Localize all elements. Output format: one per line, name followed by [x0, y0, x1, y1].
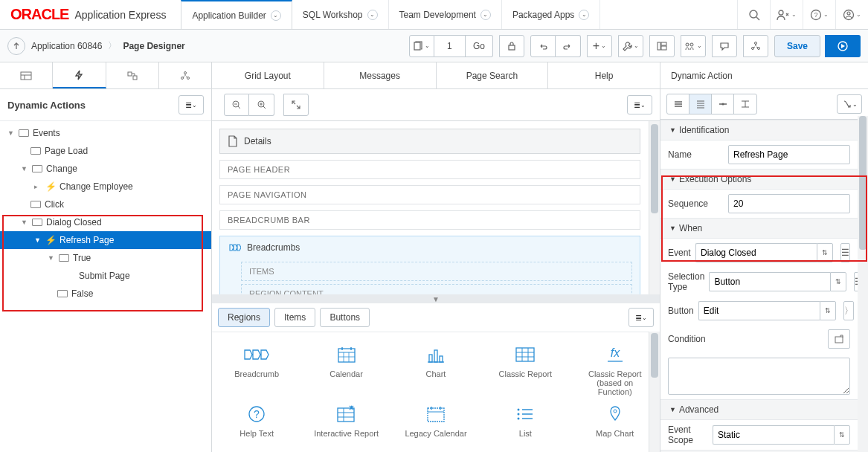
gallery-map-chart[interactable]: Map Chart — [579, 404, 651, 438]
tree-true[interactable]: ▼True — [0, 249, 211, 267]
goto-group-button[interactable]: ⌄ — [837, 94, 862, 114]
up-button[interactable] — [7, 37, 25, 55]
left-tabs — [0, 62, 211, 89]
seltype-select[interactable] — [709, 272, 830, 291]
layout-button[interactable] — [649, 35, 675, 57]
condition-textarea[interactable] — [668, 358, 850, 395]
tree-menu-button[interactable]: ≣ ⌄ — [179, 95, 204, 114]
name-input[interactable] — [728, 145, 850, 164]
gallery-calendar[interactable]: Calendar — [311, 344, 382, 396]
section-advanced[interactable]: ▼Advanced — [660, 399, 858, 420]
tree-events[interactable]: ▼Events — [0, 124, 211, 142]
tree-refresh-page[interactable]: ▼⚡Refresh Page — [0, 231, 211, 249]
zoom-out-button[interactable] — [224, 94, 249, 116]
tree-page-load[interactable]: Page Load — [0, 142, 211, 160]
items-slot[interactable]: ITEMS — [241, 262, 632, 281]
go-button[interactable]: Go — [466, 35, 493, 57]
page-header-section[interactable]: PAGE HEADER — [219, 160, 640, 179]
tree-false[interactable]: False — [0, 285, 211, 303]
gallery-tab-buttons[interactable]: Buttons — [320, 308, 370, 327]
gallery-list[interactable]: List — [489, 404, 561, 438]
combo-chevron-icon[interactable]: ⇅ — [817, 243, 833, 262]
collapse-button[interactable] — [712, 94, 734, 114]
tree-submit-page[interactable]: Submit Page — [0, 267, 211, 285]
tab-page-search[interactable]: Page Search — [437, 62, 549, 88]
gallery-legacy-calendar[interactable]: Legacy Calendar — [400, 404, 472, 438]
gallery-interactive-report[interactable]: Interactive Report — [311, 404, 382, 438]
breadcrumb-bar-section[interactable]: BREADCRUMB BAR — [219, 210, 640, 230]
scrollbar[interactable] — [649, 121, 660, 294]
admin-icon[interactable]: ⌄ — [770, 0, 803, 29]
expand-button[interactable] — [283, 94, 309, 116]
save-button[interactable]: Save — [774, 35, 820, 57]
nav-sql-workshop[interactable]: SQL Workshop⌄ — [292, 0, 389, 29]
details-region[interactable]: Details — [219, 129, 640, 154]
combo-chevron-icon[interactable]: ⇅ — [830, 272, 846, 291]
help-icon[interactable]: ?⌄ — [803, 0, 835, 29]
page-nav-section[interactable]: PAGE NAVIGATION — [219, 185, 640, 204]
show-common-button[interactable] — [667, 94, 689, 114]
breadcrumbs-region[interactable]: Breadcrumbs ITEMS REGION CONTENT — [219, 236, 640, 294]
page-number-input[interactable] — [434, 35, 466, 57]
svg-rect-21 — [128, 72, 132, 76]
splitter[interactable]: ▼ — [212, 294, 660, 303]
tree-click[interactable]: Click — [0, 196, 211, 213]
tree-change[interactable]: ▼Change — [0, 160, 211, 178]
button-goto-button[interactable]: 〉 — [843, 301, 854, 320]
gallery-classic-report[interactable]: Classic Report — [489, 344, 561, 396]
run-button[interactable] — [825, 35, 861, 57]
create-button[interactable]: +⌄ — [587, 35, 612, 57]
scope-select[interactable] — [713, 425, 834, 445]
page-selector-button[interactable]: ⌄ — [409, 35, 434, 57]
lock-button[interactable] — [499, 35, 524, 57]
nav-app-builder[interactable]: Application Builder⌄ — [181, 0, 292, 29]
crumb-app[interactable]: Application 60846 — [31, 41, 102, 51]
center-menu-button[interactable]: ≣ ⌄ — [627, 95, 652, 114]
section-exec-options[interactable]: ▼Execution Options — [660, 169, 858, 190]
tab-help[interactable]: Help — [548, 62, 660, 88]
search-icon[interactable] — [737, 0, 770, 29]
section-when[interactable]: ▼When — [660, 218, 858, 239]
section-identification[interactable]: ▼Identification — [660, 120, 858, 141]
dynamic-actions-tab[interactable] — [53, 62, 106, 88]
user-icon[interactable]: ⌄ — [835, 0, 868, 29]
gallery-help-text[interactable]: ?Help Text — [221, 404, 292, 438]
shared-button[interactable]: ⌄ — [681, 35, 706, 57]
tab-messages[interactable]: Messages — [324, 62, 437, 88]
condition-expand-button[interactable] — [828, 329, 850, 349]
redo-button[interactable] — [556, 35, 581, 57]
tree-dialog-closed[interactable]: ▼Dialog Closed — [0, 213, 211, 231]
gallery-tab-regions[interactable]: Regions — [218, 308, 270, 327]
event-select[interactable] — [695, 243, 817, 262]
brand-suffix: Application Express — [74, 9, 166, 21]
button-select[interactable] — [698, 301, 820, 320]
gallery-scrollbar[interactable] — [649, 332, 660, 452]
svg-rect-44 — [516, 348, 534, 361]
tab-grid-layout[interactable]: Grid Layout — [212, 62, 324, 88]
nav-packaged-apps[interactable]: Packaged Apps⌄ — [502, 0, 600, 29]
processing-tab[interactable] — [106, 62, 159, 88]
shared-tab[interactable] — [159, 62, 211, 88]
zoom-in-button[interactable] — [249, 94, 274, 116]
region-content-slot[interactable]: REGION CONTENT — [241, 284, 632, 294]
shared-components-button[interactable] — [743, 35, 768, 57]
rendering-tab[interactable] — [0, 62, 53, 88]
gallery-tab-items[interactable]: Items — [274, 308, 315, 327]
sequence-input[interactable] — [728, 194, 850, 213]
nav-team-dev[interactable]: Team Development⌄ — [389, 0, 502, 29]
utilities-button[interactable]: ⌄ — [618, 35, 643, 57]
gallery-breadcrumb[interactable]: Breadcrumb — [221, 344, 292, 396]
gallery-menu-button[interactable]: ≣ ⌄ — [629, 308, 654, 327]
tree-change-employee[interactable]: ▸⚡Change Employee — [0, 178, 211, 196]
event-list-button[interactable]: ☰ — [840, 243, 850, 262]
comment-button[interactable] — [712, 35, 737, 57]
gallery-chart[interactable]: Chart — [400, 344, 472, 396]
combo-chevron-icon[interactable]: ⇅ — [834, 425, 850, 445]
expand-all-button[interactable] — [734, 94, 756, 114]
gallery-classic-report-fn[interactable]: fxClassic Report (based on Function) — [579, 344, 651, 396]
combo-chevron-icon[interactable]: ⇅ — [820, 301, 836, 320]
svg-rect-80 — [835, 337, 843, 343]
show-all-button[interactable] — [689, 94, 712, 114]
undo-button[interactable] — [530, 35, 556, 57]
right-scrollbar[interactable] — [858, 116, 868, 452]
